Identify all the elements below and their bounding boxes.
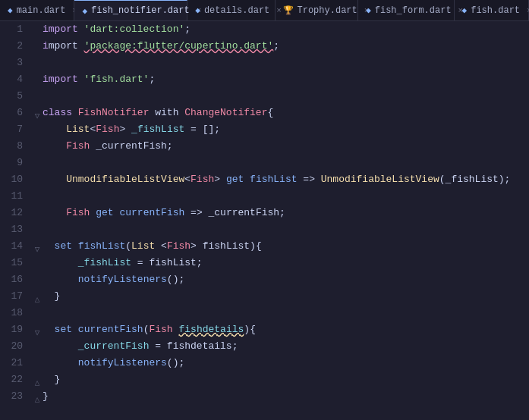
str-cupertino: 'package:flutter/cupertino.dart'	[84, 38, 274, 55]
tab-fish-form[interactable]: ◆ fish_form.dart ×	[358, 0, 454, 20]
code-line-18	[32, 305, 526, 321]
fn-fishlist: fishList	[250, 171, 297, 188]
prop-fishlist-var: _fishList	[131, 121, 184, 138]
tab-trophy[interactable]: 🏆 Trophy.dart ×	[276, 0, 359, 20]
semicolon-1: ;	[184, 21, 191, 38]
dart-icon-5: ◆	[462, 5, 468, 16]
cls-fishnotifier: FishNotifier	[78, 105, 150, 121]
fold-marker-19[interactable]: ▽	[32, 324, 43, 335]
var-indent-15	[43, 255, 78, 271]
trophy-icon: 🏆	[283, 5, 294, 16]
var-lt2: <	[184, 171, 191, 188]
fold-marker-22[interactable]: △	[32, 375, 43, 385]
dart-icon-2: ◆	[82, 5, 87, 16]
dart-icon: ◆	[8, 5, 13, 16]
tab-fish-label: fish.dart	[471, 5, 520, 16]
var-space-12	[90, 205, 96, 221]
line-numbers: 1 2 3 4 5 6 7 8 9 10 11 12 13 14 15 16 1…	[0, 21, 29, 420]
var-eq-15: = fishList;	[131, 255, 203, 271]
code-line-21: notifyListeners();	[32, 355, 526, 371]
line-num-4: 4	[5, 71, 23, 88]
fn-notifylisteners-1: notifyListeners	[78, 271, 167, 288]
code-line-14: ▽ set fishList(List <Fish> fishList){	[32, 238, 526, 255]
line-num-7: 7	[5, 121, 23, 138]
var-indent-7	[43, 121, 66, 138]
fn-currentfish-set: currentFish	[78, 321, 143, 338]
kw-get-12: get	[96, 205, 119, 221]
code-line-19: ▽ set currentFish(Fish fishdetails){	[32, 321, 526, 338]
tab-trophy-label: Trophy.dart	[298, 5, 357, 16]
var-indent-20	[43, 338, 78, 355]
code-area[interactable]: import 'dart:collection'; import 'packag…	[29, 21, 529, 420]
line-num-12: 12	[5, 205, 23, 221]
var-indent-16	[43, 271, 78, 288]
var-close-22: }	[43, 371, 60, 388]
var-gt2: >	[214, 171, 226, 188]
tab-fish-notifier[interactable]: ◆ fish_notifier.dart ×	[74, 0, 187, 20]
type-list: List	[66, 121, 90, 138]
line-num-2: 2	[5, 38, 23, 55]
fold-marker-23[interactable]: △	[32, 391, 43, 402]
var-eq-20: = fishdetails;	[149, 338, 238, 355]
code-line-13	[32, 221, 526, 238]
kw-class: class	[43, 105, 78, 121]
cls-fish-7: Fish	[96, 121, 119, 138]
dart-icon-4: ◆	[366, 5, 371, 16]
code-line-15: _fishList = fishList;	[32, 255, 526, 271]
var-currentfish-decl: _currentFish;	[90, 138, 172, 155]
var-indent-10	[43, 171, 66, 188]
code-line-10: UnmodifiableListView<Fish> get fishList …	[32, 171, 526, 188]
code-line-11	[32, 188, 526, 205]
var-indent-14	[43, 238, 55, 255]
line-num-23: 23	[5, 388, 23, 405]
fn-fishlist-set: fishList	[78, 238, 125, 255]
tab-details[interactable]: ◆ details.dart ×	[187, 0, 275, 20]
var-lt: <	[90, 121, 96, 138]
brace-open-6: {	[267, 105, 273, 121]
line-num-8: 8	[5, 138, 23, 155]
line-num-15: 15	[5, 255, 23, 271]
semicolon-2: ;	[273, 38, 279, 55]
tab-fish-notifier-label: fish_notifier.dart	[91, 5, 190, 16]
code-line-12: Fish get currentFish => _currentFish;	[32, 205, 526, 221]
var-indent-12	[43, 205, 66, 221]
var-close-17: }	[43, 288, 60, 305]
code-line-9	[32, 155, 526, 171]
str-collection: 'dart:collection'	[84, 21, 185, 38]
tab-fish[interactable]: ◆ fish.dart ×	[455, 0, 529, 20]
kw-set-14: set	[55, 238, 78, 255]
var-gt3: > fishList){	[191, 238, 262, 255]
line-num-19: 19	[5, 321, 23, 338]
code-line-23: △ }	[32, 388, 526, 405]
code-line-20: _currentFish = fishdetails;	[32, 338, 526, 355]
line-num-3: 3	[5, 55, 23, 71]
fn-currentfish: currentFish	[119, 205, 184, 221]
cls-fish-10: Fish	[191, 171, 214, 188]
line-num-21: 21	[5, 355, 23, 371]
fold-marker-17[interactable]: △	[32, 291, 43, 302]
var-indent-8	[43, 138, 66, 155]
fold-marker-6[interactable]: ▽	[32, 108, 43, 118]
line-num-14: 14	[5, 238, 23, 255]
tab-fish-form-label: fish_form.dart	[375, 5, 452, 16]
var-lt3: <	[161, 238, 167, 255]
line-num-16: 16	[5, 271, 23, 288]
dart-icon-3: ◆	[195, 5, 200, 16]
tab-main[interactable]: ◆ main.dart ×	[0, 0, 74, 20]
var-arrow-10: =>	[298, 171, 321, 188]
line-num-18: 18	[5, 305, 23, 321]
fold-marker-14[interactable]: ▽	[32, 241, 43, 252]
var-indent-19	[43, 321, 55, 338]
var-assign: = [];	[184, 121, 220, 138]
type-list-14: List	[131, 238, 161, 255]
type-unmod-2: UnmodifiableListView	[321, 171, 439, 188]
line-num-1: 1	[5, 21, 23, 38]
code-line-16: notifyListeners();	[32, 271, 526, 288]
var-fishdetails	[173, 321, 179, 338]
line-num-10: 10	[5, 171, 23, 188]
code-line-17: △ }	[32, 288, 526, 305]
code-line-5	[32, 88, 526, 105]
kw-import-3: import	[43, 71, 84, 88]
var-with: with	[149, 105, 184, 121]
code-line-6: ▽ class FishNotifier with ChangeNotifier…	[32, 105, 526, 121]
